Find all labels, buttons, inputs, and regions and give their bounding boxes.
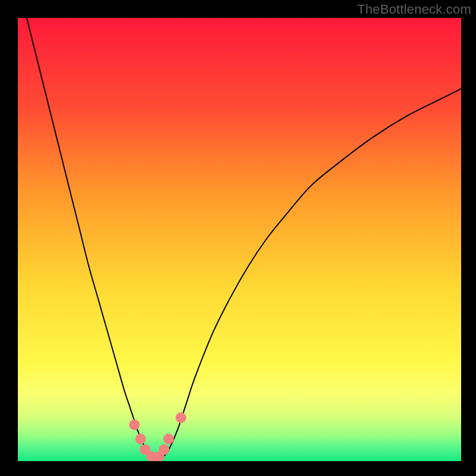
highlight-dot bbox=[159, 444, 170, 455]
plot-area bbox=[18, 18, 461, 461]
highlight-dot bbox=[129, 419, 140, 430]
highlight-dot bbox=[176, 412, 186, 423]
chart-container: TheBottleneck.com bbox=[0, 0, 476, 476]
highlight-dot bbox=[135, 434, 146, 444]
chart-svg bbox=[18, 18, 461, 461]
watermark-text: TheBottleneck.com bbox=[357, 2, 471, 17]
highlight-dot bbox=[163, 434, 174, 444]
gradient-background bbox=[18, 18, 461, 461]
